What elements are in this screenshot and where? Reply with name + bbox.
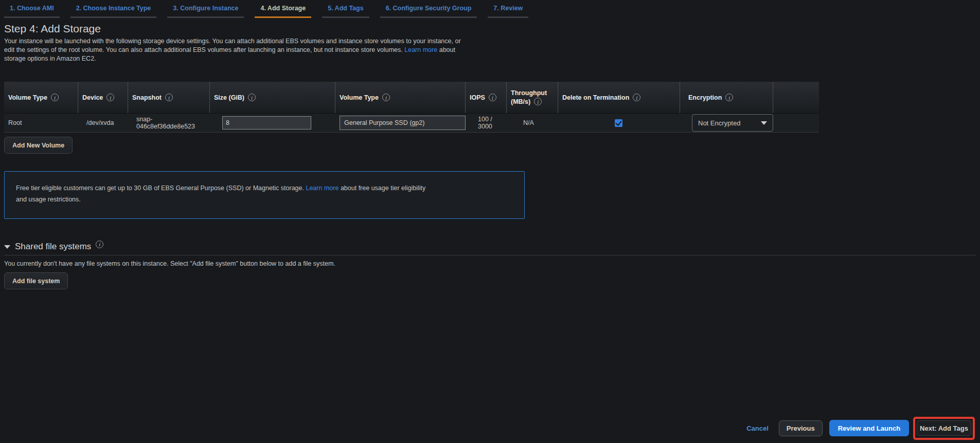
encryption-select[interactable]: Not Encrypted (692, 114, 773, 132)
cell-delete-on-termination (558, 114, 680, 132)
shared-file-systems-title: Shared file systems (15, 242, 91, 252)
size-gib-input[interactable] (222, 116, 311, 130)
info-icon[interactable] (382, 94, 390, 101)
cell-encryption: Not Encrypted (680, 114, 773, 132)
add-new-volume-button[interactable]: Add New Volume (4, 137, 73, 154)
col-header-snapshot: Snapshot (128, 82, 210, 113)
tab-add-tags[interactable]: 5. Add Tags (322, 3, 369, 18)
encryption-selected-value: Not Encrypted (698, 119, 740, 127)
col-label-line2: (MB/s) (511, 98, 530, 105)
col-header-iops: IOPS (466, 82, 507, 113)
cell-iops: 100 / 3000 (466, 114, 507, 132)
info-icon[interactable] (51, 94, 59, 101)
free-tier-info-box: Free tier eligible customers can get up … (4, 171, 525, 219)
info-icon[interactable] (248, 94, 256, 101)
col-label: Snapshot (132, 94, 162, 101)
cell-throughput: N/A (507, 114, 558, 132)
add-file-system-button[interactable]: Add file system (4, 272, 68, 289)
shared-file-systems-header: Shared file systems (4, 242, 980, 252)
add-storage-page: 1. Choose AMI 2. Choose Instance Type 3.… (0, 0, 980, 443)
next-button-wrapper: Next: Add Tags (917, 420, 971, 436)
cell-size (210, 114, 335, 132)
col-header-encryption: Encryption (680, 82, 773, 113)
cell-row-actions (773, 114, 819, 132)
storage-volumes-table: Volume Type Device Snapshot Size (GiB) V… (4, 82, 819, 133)
description-text-1: Your instance will be launched with the … (4, 38, 461, 53)
col-label: Size (GiB) (214, 94, 244, 101)
col-label: Throughput (511, 89, 547, 97)
wizard-step-tabs: 1. Choose AMI 2. Choose Instance Type 3.… (0, 0, 980, 18)
info-icon[interactable] (633, 94, 640, 101)
col-header-empty (773, 82, 819, 113)
free-tier-text: Free tier eligible customers can get up … (16, 182, 430, 205)
chevron-down-icon (761, 121, 767, 125)
col-label: Device (82, 94, 103, 101)
col-header-volume-type: Volume Type (4, 82, 78, 113)
review-and-launch-button[interactable]: Review and Launch (829, 420, 909, 436)
previous-button[interactable]: Previous (779, 420, 823, 436)
col-label: Volume Type (340, 94, 379, 101)
cell-volume-type-select: General Purpose SSD (gp2) (335, 114, 466, 132)
col-header-device: Device (78, 82, 128, 113)
tab-choose-instance-type[interactable]: 2. Choose Instance Type (70, 3, 157, 18)
info-icon[interactable] (96, 241, 103, 248)
cancel-link[interactable]: Cancel (746, 424, 769, 432)
root-volume-row: Root /dev/xvda snap-046c8ef36dde8e523 Ge… (4, 114, 819, 133)
info-icon[interactable] (534, 98, 542, 105)
volume-type-selected-value: General Purpose SSD (gp2) (344, 119, 424, 126)
page-description: Your instance will be launched with the … (4, 37, 471, 63)
col-header-size: Size (GiB) (210, 82, 335, 113)
volume-type-select[interactable]: General Purpose SSD (gp2) (340, 116, 466, 130)
cell-snapshot: snap-046c8ef36dde8e523 (128, 114, 210, 132)
info-icon[interactable] (725, 94, 733, 101)
tab-choose-ami[interactable]: 1. Choose AMI (4, 3, 60, 18)
free-tier-text-1: Free tier eligible customers can get up … (16, 184, 306, 192)
info-icon[interactable] (106, 94, 114, 101)
learn-more-link[interactable]: Learn more (404, 46, 437, 53)
col-label: Delete on Termination (562, 94, 629, 101)
cell-device: /dev/xvda (78, 114, 128, 132)
info-icon[interactable] (489, 94, 496, 101)
section-divider (4, 255, 976, 255)
tab-add-storage[interactable]: 4. Add Storage (255, 3, 311, 18)
tab-configure-instance[interactable]: 3. Configure Instance (167, 3, 244, 18)
col-header-throughput: Throughput (MB/s) (507, 82, 558, 113)
col-label: Encryption (688, 94, 722, 101)
next-add-tags-button[interactable]: Next: Add Tags (917, 420, 971, 436)
free-tier-learn-more-link[interactable]: Learn more (306, 184, 338, 192)
info-icon[interactable] (165, 94, 173, 101)
tab-review[interactable]: 7. Review (488, 3, 528, 18)
tab-configure-security-group[interactable]: 6. Configure Security Group (380, 3, 477, 18)
col-label: IOPS (470, 94, 485, 101)
collapse-arrow-icon[interactable] (4, 245, 10, 249)
page-title: Step 4: Add Storage (4, 23, 980, 35)
col-header-delete-on-termination: Delete on Termination (558, 82, 680, 113)
col-header-volume-type-2: Volume Type (335, 82, 466, 113)
shared-file-systems-description: You currently don't have any file system… (4, 260, 980, 267)
wizard-footer-actions: Cancel Previous Review and Launch Next: … (746, 420, 971, 436)
delete-on-termination-checkbox[interactable] (615, 119, 622, 127)
table-header-row: Volume Type Device Snapshot Size (GiB) V… (4, 82, 819, 114)
col-label: Volume Type (8, 94, 47, 101)
cell-volume-type: Root (4, 114, 78, 132)
